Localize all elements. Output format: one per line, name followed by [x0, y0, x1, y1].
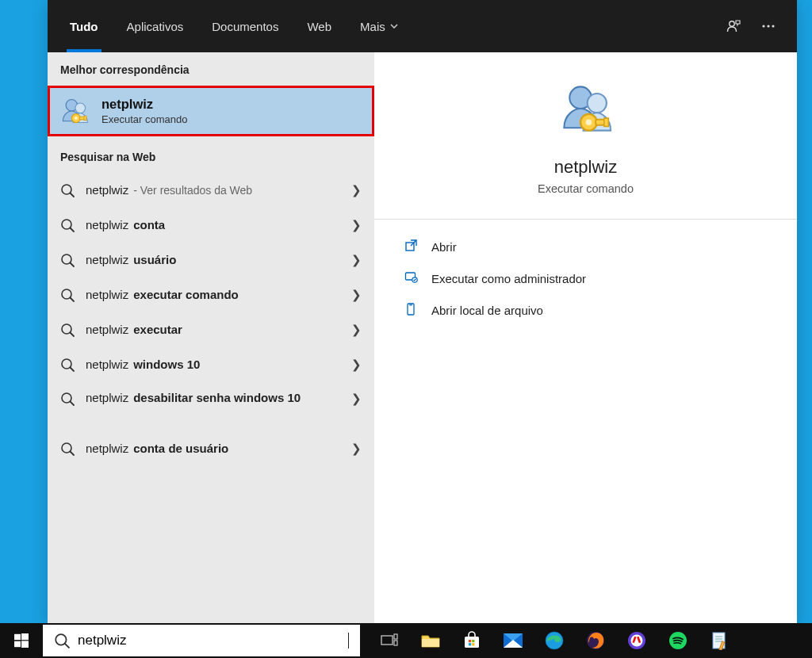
- person-feedback-icon: [726, 18, 741, 34]
- text-cursor: [348, 633, 349, 648]
- result-bold: conta: [133, 217, 165, 233]
- search-icon: [60, 253, 75, 267]
- svg-rect-25: [472, 640, 474, 642]
- chevron-right-icon: ❯: [351, 253, 362, 267]
- result-text: netplwiz: [86, 322, 128, 338]
- tab-label: Documentos: [212, 20, 278, 33]
- windows-logo-icon: [14, 633, 29, 648]
- result-bold: executar: [133, 322, 182, 338]
- svg-rect-17: [14, 641, 21, 647]
- svg-rect-18: [21, 641, 29, 648]
- svg-point-8: [730, 21, 734, 26]
- file-explorer-button[interactable]: [412, 623, 449, 658]
- tab-label: Aplicativos: [127, 20, 184, 33]
- svg-rect-15: [14, 634, 21, 640]
- result-text: netplwiz: [86, 390, 128, 406]
- tab-more[interactable]: Mais: [346, 0, 412, 52]
- result-text: netplwiz: [86, 182, 128, 198]
- tab-label: Tudo: [70, 20, 98, 33]
- microsoft-store-button[interactable]: [454, 623, 490, 658]
- opera-gx-button[interactable]: [619, 623, 655, 658]
- preview-app-icon: [556, 81, 616, 140]
- search-icon: [54, 633, 70, 648]
- chevron-right-icon: ❯: [351, 288, 362, 302]
- spotify-icon: [668, 631, 688, 650]
- chevron-right-icon: ❯: [351, 183, 362, 197]
- chevron-right-icon: ❯: [351, 442, 362, 456]
- svg-point-9: [762, 25, 764, 27]
- action-label: Executar como administrador: [431, 272, 586, 285]
- tab-web[interactable]: Web: [293, 0, 346, 52]
- tab-apps[interactable]: Aplicativos: [113, 0, 198, 52]
- chevron-right-icon: ❯: [351, 358, 362, 372]
- tab-documents[interactable]: Documentos: [197, 0, 293, 52]
- result-bold: desabilitar senha windows 10: [133, 390, 301, 406]
- best-match-result[interactable]: netplwiz Executar comando: [48, 86, 374, 136]
- web-result[interactable]: netplwiz windows 10 ❯: [48, 347, 374, 382]
- edge-button[interactable]: [536, 623, 573, 658]
- taskbar-apps: [371, 623, 737, 658]
- web-result[interactable]: netplwiz executar comando ❯: [48, 277, 374, 312]
- svg-rect-23: [465, 637, 479, 648]
- web-result[interactable]: netplwiz usuário ❯: [48, 243, 374, 277]
- best-match-subtitle: Executar comando: [102, 113, 187, 125]
- feedback-button[interactable]: [716, 18, 751, 34]
- firefox-icon: [586, 631, 605, 650]
- web-result[interactable]: netplwiz - Ver resultados da Web ❯: [48, 173, 374, 208]
- shield-admin-icon: [404, 270, 419, 287]
- spotify-button[interactable]: [660, 623, 696, 658]
- svg-rect-20: [394, 634, 397, 639]
- mail-icon: [503, 633, 523, 648]
- task-view-button[interactable]: [371, 623, 408, 658]
- result-bold: executar comando: [133, 287, 239, 303]
- netplwiz-icon: [57, 94, 92, 128]
- search-icon: [60, 392, 75, 406]
- result-text: netplwiz: [86, 441, 128, 457]
- result-bold: conta de usuário: [133, 441, 228, 457]
- svg-rect-24: [469, 640, 471, 642]
- start-button[interactable]: [0, 623, 43, 658]
- action-open-file-location[interactable]: Abrir local de arquivo: [403, 294, 768, 326]
- web-result[interactable]: netplwiz conta ❯: [48, 208, 374, 243]
- result-text: netplwiz: [86, 357, 128, 373]
- svg-rect-16: [21, 633, 29, 640]
- search-icon: [60, 288, 75, 302]
- search-tabs: Tudo Aplicativos Documentos Web Mais: [48, 0, 797, 52]
- result-text: netplwiz: [86, 287, 128, 303]
- result-bold: windows 10: [133, 357, 200, 373]
- mail-button[interactable]: [495, 623, 531, 658]
- divider: [374, 219, 797, 220]
- web-result[interactable]: netplwiz desabilitar senha windows 10 ❯: [48, 382, 374, 431]
- search-panel: Tudo Aplicativos Documentos Web Mais Mel…: [48, 0, 797, 623]
- svg-point-11: [772, 25, 774, 27]
- preview-title: netplwiz: [403, 157, 768, 178]
- results-column: Melhor correspondência netplwiz Executar…: [48, 52, 374, 623]
- chevron-right-icon: ❯: [351, 392, 362, 406]
- result-text: netplwiz: [86, 252, 128, 268]
- search-icon: [60, 218, 75, 232]
- taskbar-search-box[interactable]: [43, 625, 360, 656]
- search-icon: [60, 442, 75, 456]
- web-result[interactable]: netplwiz executar ❯: [48, 312, 374, 347]
- action-open[interactable]: Abrir: [403, 231, 768, 262]
- folder-icon: [420, 632, 441, 649]
- svg-point-33: [631, 635, 643, 647]
- task-view-icon: [381, 633, 398, 648]
- more-options-button[interactable]: [751, 18, 786, 34]
- search-icon: [60, 323, 75, 337]
- svg-rect-27: [472, 643, 474, 645]
- result-hint: - Ver resultados da Web: [133, 183, 252, 197]
- notepad-button[interactable]: [701, 623, 737, 658]
- store-icon: [462, 631, 481, 650]
- tab-label: Mais: [360, 20, 385, 33]
- folder-location-icon: [404, 302, 419, 319]
- web-result[interactable]: netplwiz conta de usuário ❯: [48, 431, 374, 466]
- action-run-as-admin[interactable]: Executar como administrador: [403, 262, 768, 294]
- svg-rect-19: [381, 636, 393, 645]
- tab-all[interactable]: Tudo: [56, 0, 113, 52]
- chevron-down-icon: [390, 24, 398, 29]
- firefox-button[interactable]: [577, 623, 614, 658]
- ellipsis-icon: [760, 18, 776, 34]
- search-input[interactable]: [78, 633, 345, 648]
- taskbar: [0, 623, 812, 658]
